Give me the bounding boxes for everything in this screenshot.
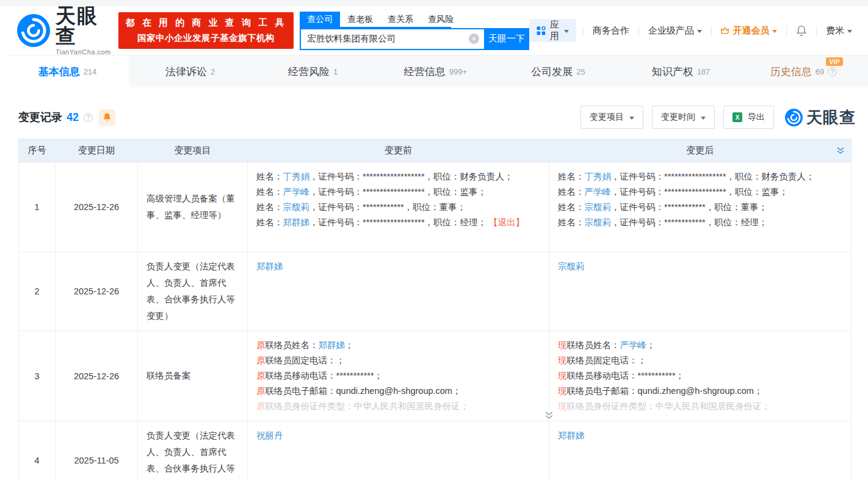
company-section-tabbar: 基本信息214法律诉讼2经营风险1经营信息999+公司发展25知识产权187历史…: [6, 55, 868, 87]
person-link[interactable]: 严学峰: [620, 340, 647, 350]
apps-menu[interactable]: 应用: [529, 19, 576, 42]
company-tab-4[interactable]: 公司发展25: [497, 56, 620, 87]
text-segment: ，证件号码：************，职位：董事；: [611, 202, 767, 212]
company-tab-6[interactable]: 历史信息69?VIP: [742, 56, 865, 87]
nav-business-cooperation[interactable]: 商务合作: [590, 25, 632, 37]
person-link[interactable]: 祝丽丹: [256, 431, 283, 440]
change-line: 原联络员移动电话：***********；: [256, 368, 540, 384]
filter-change-time-label: 变更时间: [661, 112, 695, 123]
text-segment: 联络员电子邮箱：qundi.zheng@h-shgroup.com；: [567, 386, 763, 396]
person-link[interactable]: 郑群娣: [256, 261, 283, 271]
person-link[interactable]: 郑群娣: [558, 431, 585, 440]
change-line: 现联络员身份证件类型：中华人民共和国居民身份证；: [558, 399, 842, 414]
search-tab[interactable]: 查公司: [300, 12, 340, 27]
change-line: 姓名：严学峰，证件号码：******************，职位：监事；: [256, 184, 540, 200]
search-tab[interactable]: 查关系: [380, 12, 421, 27]
export-button[interactable]: X 导出: [723, 106, 774, 129]
nav-enterprise-products[interactable]: 企业级产品: [646, 25, 704, 37]
chevron-down-icon: [629, 117, 634, 120]
change-line: 原联络员固定电话：；: [256, 353, 540, 368]
person-link[interactable]: 丁秀娟: [585, 172, 612, 181]
text-segment: ，证件号码：************，职位：董事；: [309, 202, 466, 212]
after-cell: 宗馥莉: [549, 252, 852, 331]
person-link[interactable]: 宗馥莉: [283, 202, 310, 212]
filter-change-time-button[interactable]: 变更时间: [652, 106, 715, 129]
search-tab[interactable]: 查风险: [421, 12, 461, 27]
apps-grid-icon: [537, 26, 546, 35]
text-segment: 联络员电子邮箱：qundi.zheng@h-shgroup.com；: [266, 386, 461, 396]
change-line: 姓名：严学峰，证件号码：******************，职位：监事；: [558, 184, 842, 200]
person-link[interactable]: 郑群娣: [319, 340, 345, 350]
after-cell: 郑群娣: [549, 421, 852, 480]
person-link[interactable]: 严学峰: [283, 187, 310, 197]
site-header: 天眼查 TianYanCha.com 都 在 用 的 商 业 查 询 工 具 国…: [0, 6, 868, 55]
person-link[interactable]: 丁秀娟: [283, 172, 310, 181]
row-number: 1: [19, 162, 56, 252]
col-header-date: 变更日期: [56, 139, 138, 162]
search-input-wrap: ✕: [300, 28, 484, 50]
vip-upgrade-label: 开通会员: [732, 25, 769, 37]
section-title: 变更记录: [18, 110, 62, 125]
table-header-row: 序号 变更日期 变更项目 变更前 变更后: [19, 139, 852, 162]
text-segment: 联络员固定电话：；: [567, 355, 647, 365]
tab-label: 经营信息: [404, 65, 446, 79]
help-icon[interactable]: ?: [828, 67, 837, 76]
search-tab[interactable]: 查老板: [340, 12, 380, 27]
divider: [583, 26, 584, 35]
subscribe-bell-button[interactable]: [99, 109, 115, 126]
company-search-input[interactable]: [307, 34, 469, 44]
tab-count: 214: [84, 67, 97, 76]
person-link[interactable]: 宗馥莉: [585, 217, 612, 227]
divider: [816, 26, 817, 35]
person-link[interactable]: 宗馥莉: [558, 261, 585, 271]
collapse-all-icon[interactable]: [836, 147, 845, 155]
text-segment: 姓名：: [558, 172, 585, 181]
text-segment: 原: [256, 340, 266, 350]
company-tab-1[interactable]: 法律诉讼2: [129, 56, 251, 87]
text-segment: 联络员身份证件类型：中华人民共和国居民身份证；: [567, 401, 771, 411]
person-link[interactable]: 严学峰: [585, 187, 612, 197]
text-segment: 联络员身份证件类型：中华人民共和国居民身份证；: [266, 401, 469, 411]
divider: [638, 26, 639, 35]
row-number: 3: [19, 331, 56, 421]
excel-icon: X: [732, 112, 742, 122]
filter-change-item-button[interactable]: 变更项目: [580, 106, 643, 129]
tab-label: 基本信息: [38, 65, 80, 79]
brand-wordmark: 天眼查: [56, 5, 111, 46]
table-row: 32025-12-26联络员备案原联络员姓名：郑群娣；原联络员固定电话：；原联络…: [19, 331, 852, 421]
company-tab-5[interactable]: 知识产权187: [620, 56, 742, 87]
search-tabs: 查公司查老板查关系查风险: [300, 12, 451, 28]
text-segment: ，证件号码：************，职位：经理；: [611, 217, 767, 227]
person-link[interactable]: 郑群娣: [283, 217, 310, 227]
change-line: 姓名：宗馥莉，证件号码：************，职位：董事；: [256, 200, 540, 215]
row-number: 2: [19, 252, 56, 331]
text-segment: 联络员姓名：: [266, 340, 319, 350]
text-segment: 现: [558, 371, 567, 380]
change-date: 2025-12-26: [56, 331, 138, 421]
change-item: 负责人变更（法定代表人、负责人、首席代表、合伙事务执行人等变更）: [138, 421, 248, 480]
vip-upgrade-link[interactable]: 开通会员: [718, 25, 779, 37]
tab-label: 历史信息: [770, 65, 812, 79]
search-button[interactable]: 天眼一下: [484, 28, 529, 50]
promo-line1: 都 在 用 的 商 业 查 询 工 具: [126, 17, 287, 29]
change-line: 姓名：丁秀娟，证件号码：******************，职位：财务负责人；: [256, 169, 540, 184]
company-tab-0[interactable]: 基本信息214: [6, 56, 129, 87]
promo-line2: 国家中小企业发展子基金旗下机构: [126, 32, 287, 44]
company-tab-3[interactable]: 经营信息999+: [374, 56, 497, 87]
tianyancha-logo[interactable]: 天眼查 TianYanCha.com: [17, 5, 111, 56]
change-line: 姓名：宗馥莉，证件号码：************，职位：董事；: [558, 200, 842, 215]
text-segment: 联络员移动电话：***********；: [266, 371, 383, 380]
change-date: 2025-12-26: [56, 162, 138, 252]
text-segment: 姓名：: [558, 187, 585, 197]
user-menu[interactable]: 费米: [823, 25, 855, 37]
person-link[interactable]: 宗馥莉: [585, 202, 612, 212]
change-line: 原联络员身份证件类型：中华人民共和国居民身份证；: [256, 399, 540, 414]
before-cell: 祝丽丹: [248, 421, 549, 480]
clear-icon[interactable]: ✕: [469, 34, 479, 44]
tab-label: 公司发展: [531, 65, 573, 79]
notifications-button[interactable]: [794, 25, 809, 37]
change-line: 现联络员姓名：严学峰；: [558, 338, 842, 353]
help-icon[interactable]: ?: [84, 113, 93, 122]
change-item: 负责人变更（法定代表人、负责人、首席代表、合伙事务执行人等变更）: [138, 252, 248, 331]
company-tab-2[interactable]: 经营风险1: [251, 56, 374, 87]
